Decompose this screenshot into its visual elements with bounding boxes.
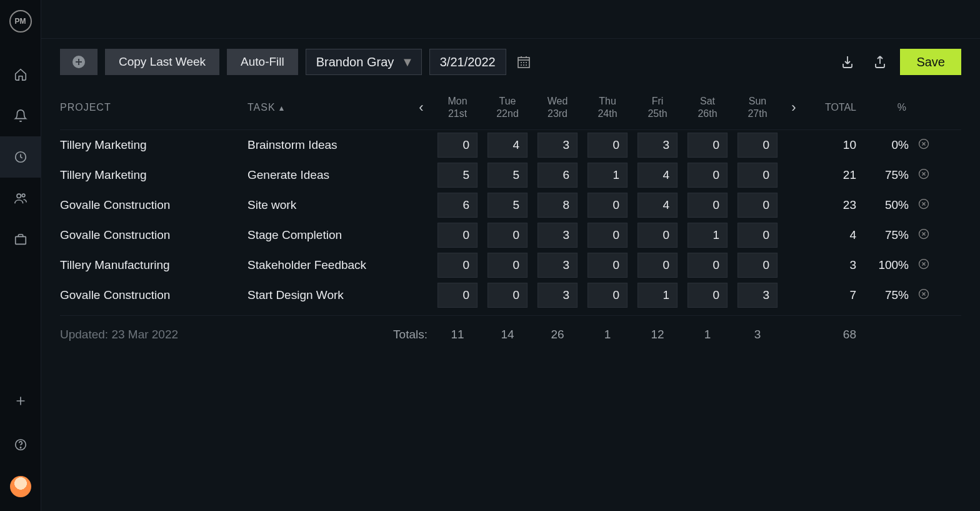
date-value: 3/21/2022 xyxy=(440,55,496,69)
hour-input[interactable]: 5 xyxy=(438,163,478,188)
close-circle-icon xyxy=(918,138,930,150)
copy-last-week-button[interactable]: Copy Last Week xyxy=(105,49,219,75)
hour-input[interactable]: 0 xyxy=(488,253,528,278)
add-row-button[interactable] xyxy=(60,49,98,75)
hour-input[interactable]: 0 xyxy=(738,163,778,188)
hour-input[interactable]: 0 xyxy=(438,223,478,248)
hour-input[interactable]: 0 xyxy=(488,223,528,248)
hour-input[interactable]: 0 xyxy=(588,253,628,278)
delete-row-button[interactable] xyxy=(911,258,936,273)
hour-input[interactable]: 8 xyxy=(538,193,578,218)
nav-notifications[interactable] xyxy=(0,95,41,136)
hour-input[interactable]: 0 xyxy=(688,163,728,188)
grand-total: 68 xyxy=(805,328,861,342)
hour-input[interactable]: 3 xyxy=(538,283,578,308)
user-select[interactable]: Brandon Gray ▼ xyxy=(306,49,422,75)
hour-input[interactable]: 0 xyxy=(438,133,478,158)
import-button[interactable] xyxy=(835,49,860,74)
nav-timesheet[interactable] xyxy=(0,136,41,178)
day-total: 12 xyxy=(632,328,682,342)
date-input[interactable]: 3/21/2022 xyxy=(429,49,506,75)
briefcase-icon xyxy=(14,233,28,246)
nav-add[interactable] xyxy=(0,388,41,413)
hour-input[interactable]: 3 xyxy=(538,253,578,278)
hour-input[interactable]: 6 xyxy=(538,163,578,188)
prev-week-button[interactable]: ‹ xyxy=(410,99,432,116)
task-cell: Brainstorm Ideas xyxy=(248,138,410,152)
col-project[interactable]: PROJECT xyxy=(60,102,248,113)
sidebar: PM xyxy=(0,0,41,511)
hour-input[interactable]: 0 xyxy=(738,193,778,218)
calendar-button[interactable] xyxy=(514,49,534,75)
hour-input[interactable]: 0 xyxy=(688,193,728,218)
hour-input[interactable]: 0 xyxy=(688,283,728,308)
day-header-3: Thu24th xyxy=(582,95,632,119)
project-cell: Govalle Construction xyxy=(60,198,248,212)
chevron-down-icon: ▼ xyxy=(401,55,414,69)
hour-input[interactable]: 6 xyxy=(438,193,478,218)
hour-input[interactable]: 0 xyxy=(588,193,628,218)
next-week-button[interactable]: › xyxy=(782,99,805,116)
user-avatar[interactable] xyxy=(10,476,31,497)
delete-row-button[interactable] xyxy=(911,198,936,213)
table-row: Govalle ConstructionStart Design Work003… xyxy=(60,280,961,310)
hour-input[interactable]: 4 xyxy=(638,163,678,188)
hour-input[interactable]: 0 xyxy=(688,133,728,158)
hour-input[interactable]: 0 xyxy=(438,283,478,308)
hour-input[interactable]: 0 xyxy=(588,223,628,248)
nav-help[interactable] xyxy=(0,432,41,457)
row-percent: 75% xyxy=(861,288,911,302)
hour-input[interactable]: 0 xyxy=(588,133,628,158)
hour-input[interactable]: 0 xyxy=(638,253,678,278)
nav-projects[interactable] xyxy=(0,219,41,260)
hour-input[interactable]: 1 xyxy=(588,163,628,188)
table-row: Govalle ConstructionStage Completion0030… xyxy=(60,220,961,250)
save-button[interactable]: Save xyxy=(900,49,961,75)
table-row: Tillery ManufacturingStakeholder Feedbac… xyxy=(60,250,961,280)
hour-input[interactable]: 3 xyxy=(538,223,578,248)
project-cell: Tillery Marketing xyxy=(60,168,248,182)
row-percent: 75% xyxy=(861,228,911,242)
hour-input[interactable]: 0 xyxy=(488,283,528,308)
hour-input[interactable]: 0 xyxy=(438,253,478,278)
hour-input[interactable]: 0 xyxy=(738,223,778,248)
sidebar-bottom xyxy=(0,388,41,511)
hour-input[interactable]: 4 xyxy=(488,133,528,158)
hour-input[interactable]: 1 xyxy=(688,223,728,248)
row-percent: 0% xyxy=(861,138,911,152)
hour-input[interactable]: 4 xyxy=(638,193,678,218)
hour-input[interactable]: 5 xyxy=(488,163,528,188)
delete-row-button[interactable] xyxy=(911,168,936,183)
plus-icon xyxy=(14,394,28,408)
home-icon xyxy=(14,68,28,81)
auto-fill-button[interactable]: Auto-Fill xyxy=(227,49,298,75)
close-circle-icon xyxy=(918,288,930,300)
row-percent: 50% xyxy=(861,198,911,212)
row-total: 21 xyxy=(805,168,861,182)
hour-input[interactable]: 0 xyxy=(738,133,778,158)
nav-home[interactable] xyxy=(0,54,41,95)
close-circle-icon xyxy=(918,228,930,240)
nav-icons xyxy=(0,54,41,260)
project-cell: Tillery Manufacturing xyxy=(60,258,248,272)
hour-input[interactable]: 1 xyxy=(638,283,678,308)
col-task[interactable]: TASK▲ xyxy=(248,102,410,113)
hour-input[interactable]: 0 xyxy=(638,223,678,248)
hour-input[interactable]: 5 xyxy=(488,193,528,218)
day-header-5: Sat26th xyxy=(682,95,732,119)
day-header-1: Tue22nd xyxy=(482,95,532,119)
hour-input[interactable]: 3 xyxy=(538,133,578,158)
export-button[interactable] xyxy=(868,49,892,74)
hour-input[interactable]: 0 xyxy=(738,253,778,278)
clock-icon xyxy=(14,150,28,164)
nav-team[interactable] xyxy=(0,178,41,219)
delete-row-button[interactable] xyxy=(911,138,936,153)
project-cell: Tillery Marketing xyxy=(60,138,248,152)
hour-input[interactable]: 3 xyxy=(738,283,778,308)
hour-input[interactable]: 0 xyxy=(688,253,728,278)
hour-input[interactable]: 0 xyxy=(588,283,628,308)
task-cell: Start Design Work xyxy=(248,288,410,302)
delete-row-button[interactable] xyxy=(911,288,936,303)
delete-row-button[interactable] xyxy=(911,228,936,243)
hour-input[interactable]: 3 xyxy=(638,133,678,158)
